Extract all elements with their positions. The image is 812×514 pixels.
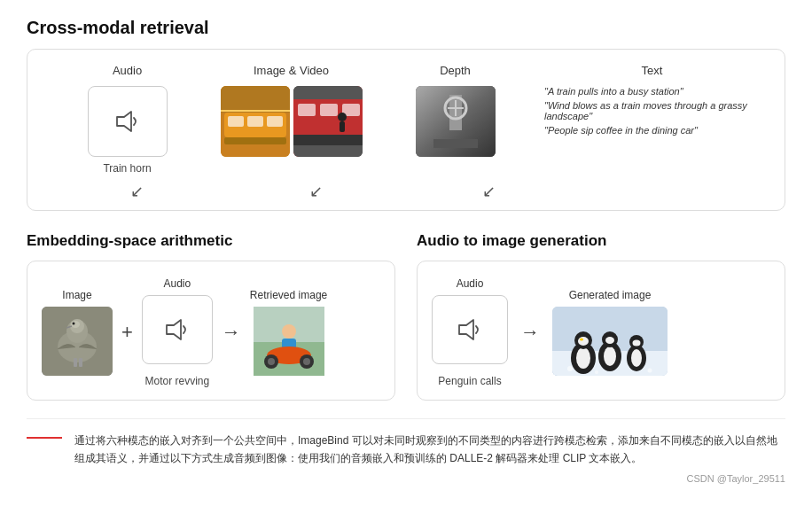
embed-image-item: Image [42,289,113,376]
embed-retrieved-label: Retrieved image [250,289,327,301]
svg-rect-31 [79,358,82,367]
bottom-sections: Embedding-space arithmetic Image [27,232,785,401]
penguin-gen-label: Generated image [569,289,652,301]
bottom-text-section: 通过将六种模态的嵌入对齐到一个公共空间中，ImageBind 可以对未同时观察到… [27,418,785,468]
red-line-decoration [27,437,62,439]
svg-point-55 [631,349,642,367]
svg-point-60 [595,370,598,374]
speaker-icon [112,105,144,137]
svg-rect-5 [267,116,283,127]
cross-modal-section: Cross-modal retrieval Audio Train horn I… [27,18,785,211]
plus-operator: + [121,321,133,344]
embed-image-label: Image [62,289,91,301]
svg-point-48 [578,337,589,346]
quote-3: "People sip coffee in the dining car" [544,125,767,136]
audio-icon-box [88,86,168,157]
moped-thumb [254,307,324,376]
svg-point-28 [71,321,80,328]
svg-point-15 [338,113,347,121]
embedding-section: Embedding-space arithmetic Image [27,232,395,401]
text-quotes-col: "A train pulls into a busy station" "Win… [537,86,767,136]
embed-audio-item: Audio Motor revving [142,277,213,387]
svg-marker-0 [117,112,131,131]
embed-retrieved-item: Retrieved image [250,289,327,376]
cross-modal-box: Audio Train horn Image & Video [27,49,785,211]
modal-col-depth: Depth [373,64,537,157]
train-horn-label: Train horn [103,162,151,175]
imagevideo-header: Image & Video [254,64,329,77]
depth-thumb [416,86,496,157]
orange-train-thumb [221,86,290,157]
red-train-thumb [293,86,363,157]
svg-point-51 [604,347,616,366]
audio-header: Audio [113,64,142,77]
penguin-audio-label: Audio [457,277,484,290]
arrow-operator: → [222,321,241,344]
svg-point-29 [73,323,75,325]
svg-rect-3 [228,116,244,127]
cross-modal-title: Cross-modal retrieval [27,18,785,38]
svg-point-57 [633,340,641,347]
red-train-svg [293,86,363,157]
arrow-4 [565,182,758,201]
svg-point-41 [303,358,310,365]
svg-point-46 [576,347,590,369]
modal-col-audio: Audio Train horn [45,64,209,175]
arrow-2: ↙ [220,182,413,201]
svg-rect-14 [293,135,363,145]
svg-point-58 [567,366,573,371]
modal-col-imagevideo: Image & Video [209,64,373,157]
penguin-speaker-icon [454,314,486,346]
svg-point-59 [648,369,652,373]
svg-rect-30 [74,358,77,367]
svg-rect-4 [247,116,263,127]
svg-rect-16 [340,121,345,132]
orange-train-svg [221,86,290,157]
svg-rect-23 [433,139,478,148]
embed-audio-label: Audio [164,277,191,290]
audio-gen-section: Audio to image generation Audio Penguin … [417,232,785,401]
svg-rect-6 [224,137,286,144]
arrows-row: ↙ ↙ ↙ [45,182,767,201]
penguin-audio-item: Audio Penguin calls [432,277,508,387]
arrow-3: ↙ [413,182,565,201]
depth-header: Depth [440,64,471,77]
audio-gen-title: Audio to image generation [417,232,785,250]
svg-point-35 [282,324,296,339]
penguin-generated-thumb [552,307,668,376]
motor-speaker-icon [161,314,193,346]
arrow-1: ↙ [54,182,220,201]
gen-arrow-operator: → [520,321,540,344]
penguin-gen-svg [552,307,668,376]
audio-gen-cols: Audio Penguin calls → Generated image [432,277,770,387]
depth-svg [416,86,496,157]
penguin-audio-box [432,295,508,364]
penguin-calls-label: Penguin calls [438,375,501,387]
svg-rect-12 [320,104,338,116]
audio-gen-box: Audio Penguin calls → Generated image [417,261,785,401]
quote-1: "A train pulls into a busy station" [544,86,767,97]
motor-audio-box [142,295,213,364]
svg-point-39 [268,358,275,365]
embedding-title: Embedding-space arithmetic [27,232,395,250]
motor-revving-label: Motor revving [145,375,210,387]
bottom-description: 通过将六种模态的嵌入对齐到一个公共空间中，ImageBind 可以对未同时观察到… [74,432,785,468]
embed-box: Image [27,261,395,401]
quote-2: "Wind blows as a train moves through a g… [544,100,767,121]
csdn-watermark: CSDN @Taylor_29511 [27,473,785,484]
pigeon-thumb [42,307,113,376]
svg-rect-11 [298,104,316,116]
modal-columns: Audio Train horn Image & Video [45,64,767,175]
text-header: Text [642,64,663,77]
svg-rect-7 [221,86,290,113]
svg-point-53 [605,337,614,344]
svg-marker-32 [167,320,181,339]
moped-svg [254,307,324,376]
embed-cols: Image [42,277,380,387]
pigeon-svg [42,307,113,376]
modal-col-text: Text "A train pulls into a busy station"… [537,64,767,136]
penguin-gen-item: Generated image [552,289,668,376]
img-video-box [221,86,363,157]
svg-point-49 [580,339,583,341]
svg-marker-42 [459,320,473,339]
